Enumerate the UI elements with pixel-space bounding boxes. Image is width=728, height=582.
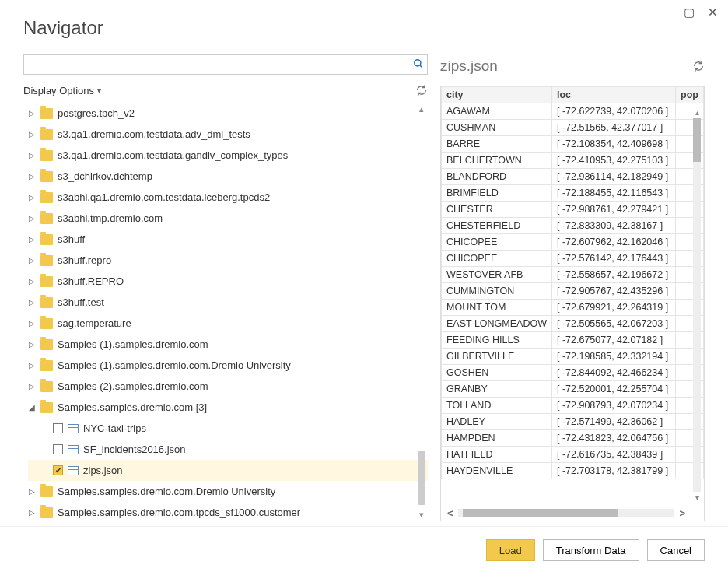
table-row[interactable]: BLANDFORD[ -72.936114, 42.182949 ] (442, 169, 704, 185)
expand-caret-icon[interactable]: ▷ (28, 382, 36, 391)
tree-folder-item[interactable]: ▷s3.qa1.dremio.com.testdata.adv_dml_test… (28, 124, 428, 145)
table-row[interactable]: CHESTER[ -72.988761, 42.279421 ] (442, 202, 704, 218)
cell-loc: [ -72.703178, 42.381799 ] (551, 463, 675, 479)
table-row[interactable]: HATFIELD[ -72.616735, 42.38439 ] (442, 447, 704, 463)
table-row[interactable]: BRIMFIELD[ -72.188455, 42.116543 ] (442, 185, 704, 202)
table-row[interactable]: TOLLAND[ -72.908793, 42.070234 ] (442, 398, 704, 414)
cell-loc: [ -72.833309, 42.38167 ] (551, 218, 675, 234)
table-row[interactable]: CUSHMAN[ -72.51565, 42.377017 ] (442, 120, 704, 136)
window-close-icon[interactable]: ✕ (706, 6, 719, 19)
table-row[interactable]: FEEDING HILLS[ -72.675077, 42.07182 ] (442, 332, 704, 349)
scroll-right-icon[interactable]: > (674, 507, 690, 519)
cell-loc: [ -72.936114, 42.182949 ] (551, 169, 675, 185)
scroll-up-icon[interactable]: ▴ (419, 104, 424, 114)
tree-table-item[interactable]: SF_incidents2016.json (28, 439, 428, 460)
scroll-down-icon[interactable]: ▾ (695, 493, 699, 502)
tree-folder-item[interactable]: ◢Samples.samples.dremio.com [3] (28, 397, 428, 418)
table-row[interactable]: CHESTERFIELD[ -72.833309, 42.38167 ] (442, 218, 704, 234)
select-checkbox[interactable] (53, 444, 63, 454)
transform-data-button[interactable]: Transform Data (543, 539, 639, 561)
tree-folder-item[interactable]: ▷sag.temperature (28, 313, 428, 334)
search-box[interactable] (23, 54, 428, 75)
table-row[interactable]: HAMPDEN[ -72.431823, 42.064756 ] (442, 430, 704, 447)
table-row[interactable]: EAST LONGMEADOW[ -72.505565, 42.067203 ] (442, 316, 704, 332)
expand-caret-icon[interactable]: ▷ (28, 361, 36, 370)
table-row[interactable]: AGAWAM[ -72.622739, 42.070206 ] (442, 103, 704, 120)
select-checkbox[interactable] (53, 465, 63, 475)
tree-folder-item[interactable]: ▷Samples.samples.dremio.com.tpcds_sf1000… (28, 502, 428, 521)
table-row[interactable]: CUMMINGTON[ -72.905767, 42.435296 ] (442, 283, 704, 300)
display-options-label: Display Options (23, 85, 94, 96)
table-row[interactable]: HAYDENVILLE[ -72.703178, 42.381799 ] (442, 463, 704, 479)
select-checkbox[interactable] (53, 423, 63, 433)
preview-grid[interactable]: citylocpop AGAWAM[ -72.622739, 42.070206… (441, 86, 704, 479)
folder-icon (40, 507, 53, 518)
scrollbar-thumb[interactable] (463, 509, 618, 517)
expand-caret-icon[interactable]: ◢ (28, 403, 36, 412)
preview-hscrollbar[interactable]: < > (443, 507, 690, 519)
column-header-city[interactable]: city (442, 87, 552, 103)
expand-caret-icon[interactable]: ▷ (28, 298, 36, 307)
scroll-left-icon[interactable]: < (443, 507, 458, 519)
expand-caret-icon[interactable]: ▷ (28, 235, 36, 244)
cell-city: BRIMFIELD (442, 185, 552, 202)
expand-caret-icon[interactable]: ▷ (28, 256, 36, 265)
tree-folder-item[interactable]: ▷Samples (2).samples.dremio.com (28, 376, 428, 397)
table-row[interactable]: GRANBY[ -72.520001, 42.255704 ] (442, 381, 704, 398)
scrollbar-thumb[interactable] (418, 451, 425, 505)
tree-folder-item[interactable]: ▷Samples.samples.dremio.com.Dremio Unive… (28, 481, 428, 502)
refresh-icon[interactable] (415, 84, 428, 96)
table-row[interactable]: GILBERTVILLE[ -72.198585, 42.332194 ] (442, 349, 704, 365)
preview-vscrollbar[interactable]: ▴ ▾ (691, 108, 702, 502)
search-input[interactable] (29, 58, 413, 72)
tree-folder-item[interactable]: ▷s3_dchirkov.dchtemp (28, 166, 428, 187)
tree-folder-item[interactable]: ▷s3abhi.qa1.dremio.com.testdata.iceberg.… (28, 187, 428, 208)
tree-folder-item[interactable]: ▷Samples (1).samples.dremio.com.Dremio U… (28, 355, 428, 376)
table-row[interactable]: CHICOPEE[ -72.607962, 42.162046 ] (442, 234, 704, 251)
tree-folder-item[interactable]: ▷s3huff (28, 229, 428, 250)
tree-table-item[interactable]: NYC-taxi-trips (28, 418, 428, 439)
tree-folder-item[interactable]: ▷s3huff.test (28, 292, 428, 313)
display-options-dropdown[interactable]: Display Options ▾ (23, 85, 101, 96)
load-button[interactable]: Load (486, 539, 535, 561)
tree-scrollbar[interactable]: ▴ ▾ (415, 103, 428, 521)
table-row[interactable]: BARRE[ -72.108354, 42.409698 ] (442, 136, 704, 153)
column-header-loc[interactable]: loc (551, 87, 675, 103)
expand-caret-icon[interactable]: ▷ (28, 340, 36, 349)
search-icon[interactable] (413, 58, 424, 72)
expand-caret-icon[interactable]: ▷ (28, 277, 36, 286)
cell-city: CHESTER (442, 202, 552, 218)
table-row[interactable]: HADLEY[ -72.571499, 42.36062 ] (442, 414, 704, 430)
tree-folder-item[interactable]: ▷s3huff.REPRO (28, 271, 428, 292)
tree-folder-item[interactable]: ▷Samples (1).samples.dremio.com (28, 334, 428, 355)
table-row[interactable]: GOSHEN[ -72.844092, 42.466234 ] (442, 365, 704, 381)
source-tree[interactable]: ▷postgres.tpch_v2▷s3.qa1.dremio.com.test… (23, 103, 428, 521)
table-row[interactable]: CHICOPEE[ -72.576142, 42.176443 ] (442, 251, 704, 267)
expand-caret-icon[interactable]: ▷ (28, 193, 36, 202)
tree-folder-item[interactable]: ▷s3huff.repro (28, 250, 428, 271)
preview-refresh-icon[interactable] (692, 60, 705, 72)
tree-folder-item[interactable]: ▷s3.qa1.dremio.com.testdata.gandiv_compl… (28, 145, 428, 166)
expand-caret-icon[interactable]: ▷ (28, 214, 36, 223)
expand-caret-icon[interactable]: ▷ (28, 319, 36, 328)
table-icon (68, 445, 79, 454)
scrollbar-thumb[interactable] (693, 118, 701, 162)
scroll-down-icon[interactable]: ▾ (419, 510, 424, 520)
table-row[interactable]: WESTOVER AFB[ -72.558657, 42.196672 ] (442, 267, 704, 283)
cell-loc: [ -72.188455, 42.116543 ] (551, 185, 675, 202)
tree-folder-item[interactable]: ▷s3abhi.tmp.dremio.com (28, 208, 428, 229)
column-header-pop[interactable]: pop (676, 87, 704, 103)
tree-folder-item[interactable]: ▷postgres.tpch_v2 (28, 103, 428, 124)
expand-caret-icon[interactable]: ▷ (28, 487, 36, 496)
table-row[interactable]: MOUNT TOM[ -72.679921, 42.264319 ] (442, 300, 704, 316)
scroll-up-icon[interactable]: ▴ (695, 108, 699, 117)
table-row[interactable]: BELCHERTOWN[ -72.410953, 42.275103 ] (442, 153, 704, 169)
expand-caret-icon[interactable]: ▷ (28, 109, 36, 117)
expand-caret-icon[interactable]: ▷ (28, 508, 36, 517)
expand-caret-icon[interactable]: ▷ (28, 130, 36, 138)
cancel-button[interactable]: Cancel (647, 539, 705, 561)
expand-caret-icon[interactable]: ▷ (28, 172, 36, 181)
expand-caret-icon[interactable]: ▷ (28, 151, 36, 160)
tree-table-item[interactable]: zips.json (28, 460, 428, 481)
window-maximize-icon[interactable]: ▢ (683, 6, 695, 19)
